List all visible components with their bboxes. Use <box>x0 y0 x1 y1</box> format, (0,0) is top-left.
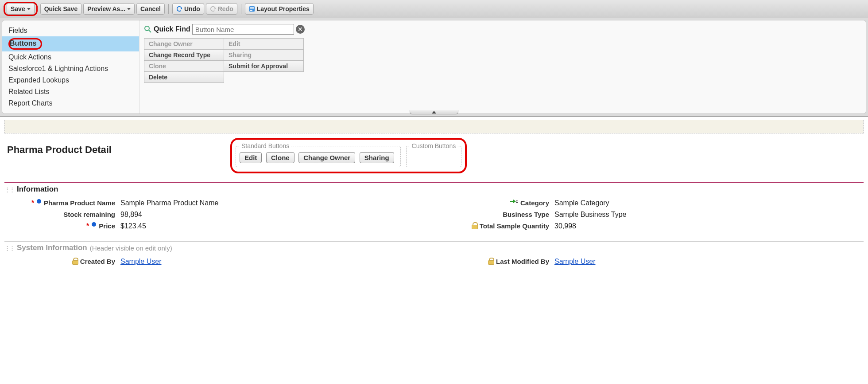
quick-find-label: Quick Find <box>154 25 190 33</box>
save-button-label: Save <box>11 5 25 13</box>
field-value: Sample Category <box>549 199 609 207</box>
section-information-body: * Pharma Product Name Sample Pharma Prod… <box>4 194 864 232</box>
redo-label: Redo <box>218 5 233 13</box>
palette-cat-report-charts[interactable]: Report Charts <box>2 98 139 109</box>
modified-by-link[interactable]: Sample User <box>554 258 595 265</box>
toolbar-separator <box>241 4 241 14</box>
layout-canvas: Pharma Product Detail Standard Buttons E… <box>0 117 868 281</box>
palette-cat-fields[interactable]: Fields <box>2 25 139 36</box>
field-label: Last Modified By <box>496 258 549 265</box>
layout-btn-edit[interactable]: Edit <box>240 152 262 163</box>
field-value: 30,998 <box>549 222 576 230</box>
field-label: Created By <box>80 258 115 265</box>
field-value: $123.45 <box>115 222 146 230</box>
palette-cat-buttons[interactable]: Buttons <box>2 36 139 51</box>
highlight-panel[interactable] <box>4 120 864 133</box>
layout-btn-clone[interactable]: Clone <box>266 152 294 163</box>
svg-point-4 <box>145 26 149 31</box>
required-icon: * <box>86 222 89 230</box>
always-display-icon <box>92 222 96 227</box>
main-toolbar: Save Quick Save Preview As... Cancel Und… <box>0 0 868 18</box>
toolbar-separator <box>168 4 169 14</box>
palette-cat-related-lists[interactable]: Related Lists <box>2 86 139 98</box>
palette-cat-buttons-label: Buttons <box>10 39 36 47</box>
layout-properties-label: Layout Properties <box>257 5 310 13</box>
chevron-down-icon <box>27 8 31 10</box>
field-total-sample-quantity[interactable]: Total Sample Quantity 30,998 <box>447 220 864 232</box>
palette-items: Quick Find ✕ Change Owner Edit Change Re… <box>140 20 866 114</box>
field-stock-remaining[interactable]: Stock remaining 98,894 <box>13 209 430 220</box>
field-label: Category <box>520 199 549 207</box>
lock-icon <box>488 258 493 264</box>
always-display-icon <box>37 199 41 204</box>
standard-buttons-fieldset[interactable]: Standard Buttons Edit Clone Change Owner… <box>236 142 401 167</box>
field-label: Stock remaining <box>63 211 115 218</box>
section-system-information-title: System Information <box>17 243 87 252</box>
palette-cat-quick-actions[interactable]: Quick Actions <box>2 51 139 63</box>
section-information-header[interactable]: ⋮⋮ Information <box>4 182 864 194</box>
field-price[interactable]: * Price $123.45 <box>13 220 430 232</box>
section-note: (Header visible on edit only) <box>90 244 172 252</box>
palette-cat-sf1-actions[interactable]: Salesforce1 & Lightning Actions <box>2 63 139 74</box>
controlling-field-icon <box>510 199 518 204</box>
created-by-link[interactable]: Sample User <box>120 258 161 265</box>
section-system-information-body: Created By Sample User Last Modified By … <box>4 252 864 267</box>
section-information-title: Information <box>17 185 58 194</box>
svg-rect-2 <box>250 8 254 9</box>
undo-button[interactable]: Undo <box>172 3 204 15</box>
standard-buttons-legend: Standard Buttons <box>240 142 291 149</box>
field-last-modified-by[interactable]: Last Modified By Sample User <box>447 256 864 267</box>
redo-button: Redo <box>206 3 237 15</box>
field-pharma-product-name[interactable]: * Pharma Product Name Sample Pharma Prod… <box>13 197 430 209</box>
lock-icon <box>72 258 78 264</box>
custom-buttons-fieldset[interactable]: Custom Buttons <box>406 142 462 167</box>
quick-find-clear-icon[interactable]: ✕ <box>296 25 305 34</box>
undo-icon <box>176 6 182 12</box>
palette-panel: Fields Buttons Quick Actions Salesforce1… <box>0 18 868 117</box>
palette-btn-edit[interactable]: Edit <box>224 39 304 50</box>
palette-btn-change-record-type[interactable]: Change Record Type <box>144 50 224 61</box>
palette-collapse-handle[interactable] <box>410 110 458 114</box>
palette-category-list: Fields Buttons Quick Actions Salesforce1… <box>2 20 140 114</box>
section-system-information-header[interactable]: ⋮⋮ System Information (Header visible on… <box>4 241 864 252</box>
grip-icon: ⋮⋮ <box>4 186 14 193</box>
preview-as-label: Preview As... <box>87 5 125 13</box>
svg-rect-3 <box>250 10 252 11</box>
svg-rect-1 <box>250 7 254 8</box>
palette-btn-change-owner[interactable]: Change Owner <box>144 39 224 50</box>
undo-label: Undo <box>184 5 200 13</box>
palette-btn-sharing[interactable]: Sharing <box>224 50 304 61</box>
field-value: Sample Pharma Product Name <box>115 199 218 207</box>
grip-icon: ⋮⋮ <box>4 245 14 251</box>
chevron-down-icon <box>127 8 131 10</box>
quick-find-input[interactable] <box>192 24 294 35</box>
svg-line-5 <box>149 30 151 32</box>
palette-button-grid: Change Owner Edit Change Record Type Sha… <box>144 38 304 83</box>
field-label: Total Sample Quantity <box>480 222 549 230</box>
field-created-by[interactable]: Created By Sample User <box>13 256 430 267</box>
custom-buttons-legend: Custom Buttons <box>410 142 458 149</box>
palette-btn-delete[interactable]: Delete <box>144 72 224 83</box>
required-icon: * <box>31 199 34 207</box>
field-label: Business Type <box>503 211 549 218</box>
detail-buttons-area: Standard Buttons Edit Clone Change Owner… <box>230 138 864 173</box>
palette-btn-submit-approval[interactable]: Submit for Approval <box>224 61 304 72</box>
field-category[interactable]: Category Sample Category <box>447 197 864 209</box>
field-label: Pharma Product Name <box>44 199 115 207</box>
layout-btn-change-owner[interactable]: Change Owner <box>298 152 355 163</box>
layout-properties-button[interactable]: Layout Properties <box>245 3 314 15</box>
chevron-up-icon <box>432 111 436 114</box>
field-business-type[interactable]: Business Type Sample Business Type <box>447 209 864 220</box>
quick-save-button[interactable]: Quick Save <box>40 3 82 15</box>
field-value: 98,894 <box>115 211 142 219</box>
palette-cat-expanded-lookups[interactable]: Expanded Lookups <box>2 74 139 86</box>
palette-btn-clone[interactable]: Clone <box>144 61 224 72</box>
cancel-button[interactable]: Cancel <box>136 3 165 15</box>
redo-icon <box>210 6 216 12</box>
search-icon <box>144 25 152 33</box>
save-button[interactable]: Save <box>7 3 35 15</box>
preview-as-button[interactable]: Preview As... <box>83 3 135 15</box>
field-value: Sample Business Type <box>549 211 626 219</box>
layout-btn-sharing[interactable]: Sharing <box>360 152 394 163</box>
layout-properties-icon <box>249 6 255 12</box>
